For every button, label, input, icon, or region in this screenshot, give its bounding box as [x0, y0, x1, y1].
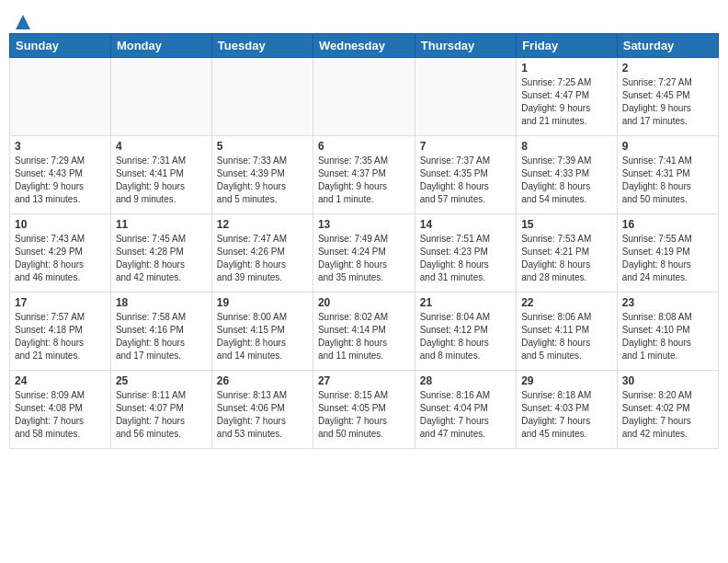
calendar-cell: 6Sunrise: 7:35 AM Sunset: 4:37 PM Daylig… — [313, 136, 415, 214]
calendar-cell: 15Sunrise: 7:53 AM Sunset: 4:21 PM Dayli… — [517, 214, 618, 293]
calendar-cell: 13Sunrise: 7:49 AM Sunset: 4:24 PM Dayli… — [313, 214, 415, 293]
day-number: 17 — [15, 296, 106, 309]
day-info: Sunrise: 8:04 AM Sunset: 4:12 PM Dayligh… — [420, 311, 511, 362]
page-header — [9, 9, 719, 28]
calendar-cell: 22Sunrise: 8:06 AM Sunset: 4:11 PM Dayli… — [517, 293, 618, 371]
day-number: 7 — [420, 140, 511, 153]
day-number: 23 — [622, 296, 713, 309]
week-row-2: 3Sunrise: 7:29 AM Sunset: 4:43 PM Daylig… — [10, 136, 719, 214]
day-info: Sunrise: 7:58 AM Sunset: 4:16 PM Dayligh… — [116, 311, 207, 362]
col-header-sunday: Sunday — [10, 34, 111, 58]
calendar-cell: 1Sunrise: 7:25 AM Sunset: 4:47 PM Daylig… — [517, 58, 618, 136]
calendar-cell: 3Sunrise: 7:29 AM Sunset: 4:43 PM Daylig… — [10, 136, 111, 214]
calendar-table: SundayMondayTuesdayWednesdayThursdayFrid… — [9, 33, 719, 449]
week-row-3: 10Sunrise: 7:43 AM Sunset: 4:29 PM Dayli… — [10, 214, 719, 293]
calendar-cell: 29Sunrise: 8:18 AM Sunset: 4:03 PM Dayli… — [517, 371, 618, 449]
day-info: Sunrise: 7:39 AM Sunset: 4:33 PM Dayligh… — [521, 155, 612, 206]
calendar-cell: 7Sunrise: 7:37 AM Sunset: 4:35 PM Daylig… — [415, 136, 516, 214]
day-number: 3 — [15, 140, 106, 153]
col-header-wednesday: Wednesday — [313, 34, 415, 58]
calendar-cell: 14Sunrise: 7:51 AM Sunset: 4:23 PM Dayli… — [415, 214, 516, 293]
day-info: Sunrise: 7:41 AM Sunset: 4:31 PM Dayligh… — [622, 155, 713, 206]
day-info: Sunrise: 8:13 AM Sunset: 4:06 PM Dayligh… — [217, 389, 308, 441]
day-info: Sunrise: 8:15 AM Sunset: 4:05 PM Dayligh… — [318, 389, 410, 441]
day-info: Sunrise: 8:06 AM Sunset: 4:11 PM Dayligh… — [521, 311, 612, 362]
calendar-cell: 20Sunrise: 8:02 AM Sunset: 4:14 PM Dayli… — [313, 293, 415, 371]
day-info: Sunrise: 8:18 AM Sunset: 4:03 PM Dayligh… — [521, 389, 612, 441]
day-number: 11 — [116, 218, 207, 231]
day-info: Sunrise: 7:47 AM Sunset: 4:26 PM Dayligh… — [217, 233, 308, 284]
day-number: 10 — [15, 218, 106, 231]
calendar-cell: 9Sunrise: 7:41 AM Sunset: 4:31 PM Daylig… — [617, 136, 718, 214]
day-info: Sunrise: 7:33 AM Sunset: 4:39 PM Dayligh… — [217, 155, 308, 206]
logo-icon — [14, 13, 32, 31]
day-number: 2 — [622, 62, 713, 75]
day-number: 24 — [15, 374, 106, 387]
day-number: 21 — [420, 296, 511, 309]
day-number: 29 — [521, 374, 612, 387]
day-number: 26 — [217, 374, 308, 387]
day-info: Sunrise: 7:43 AM Sunset: 4:29 PM Dayligh… — [15, 233, 106, 284]
col-header-monday: Monday — [110, 34, 211, 58]
day-number: 8 — [521, 140, 612, 153]
calendar-cell — [415, 58, 516, 136]
svg-marker-0 — [16, 15, 30, 29]
day-number: 12 — [217, 218, 308, 231]
day-number: 9 — [622, 140, 713, 153]
calendar-cell: 12Sunrise: 7:47 AM Sunset: 4:26 PM Dayli… — [211, 214, 313, 293]
calendar-cell: 30Sunrise: 8:20 AM Sunset: 4:02 PM Dayli… — [617, 371, 718, 449]
day-number: 15 — [521, 218, 612, 231]
calendar-cell: 21Sunrise: 8:04 AM Sunset: 4:12 PM Dayli… — [415, 293, 516, 371]
day-info: Sunrise: 8:20 AM Sunset: 4:02 PM Dayligh… — [622, 389, 713, 441]
day-info: Sunrise: 8:09 AM Sunset: 4:08 PM Dayligh… — [15, 389, 106, 441]
day-number: 30 — [622, 374, 713, 387]
day-info: Sunrise: 7:37 AM Sunset: 4:35 PM Dayligh… — [420, 155, 511, 206]
week-row-1: 1Sunrise: 7:25 AM Sunset: 4:47 PM Daylig… — [10, 58, 719, 136]
day-number: 13 — [318, 218, 410, 231]
day-number: 6 — [318, 140, 410, 153]
calendar-cell — [313, 58, 415, 136]
calendar-cell — [10, 58, 111, 136]
calendar-header-row: SundayMondayTuesdayWednesdayThursdayFrid… — [10, 34, 719, 58]
day-number: 16 — [622, 218, 713, 231]
day-info: Sunrise: 7:49 AM Sunset: 4:24 PM Dayligh… — [318, 233, 410, 284]
day-info: Sunrise: 7:51 AM Sunset: 4:23 PM Dayligh… — [420, 233, 511, 284]
day-info: Sunrise: 8:16 AM Sunset: 4:04 PM Dayligh… — [420, 389, 511, 441]
day-number: 25 — [116, 374, 207, 387]
day-info: Sunrise: 7:45 AM Sunset: 4:28 PM Dayligh… — [116, 233, 207, 284]
day-number: 4 — [116, 140, 207, 153]
calendar-cell: 10Sunrise: 7:43 AM Sunset: 4:29 PM Dayli… — [10, 214, 111, 293]
day-number: 18 — [116, 296, 207, 309]
day-info: Sunrise: 7:57 AM Sunset: 4:18 PM Dayligh… — [15, 311, 106, 362]
calendar-cell: 23Sunrise: 8:08 AM Sunset: 4:10 PM Dayli… — [617, 293, 718, 371]
calendar-cell: 28Sunrise: 8:16 AM Sunset: 4:04 PM Dayli… — [415, 371, 516, 449]
day-info: Sunrise: 7:55 AM Sunset: 4:19 PM Dayligh… — [622, 233, 713, 284]
col-header-friday: Friday — [517, 34, 618, 58]
day-info: Sunrise: 7:53 AM Sunset: 4:21 PM Dayligh… — [521, 233, 612, 284]
calendar-cell: 11Sunrise: 7:45 AM Sunset: 4:28 PM Dayli… — [110, 214, 211, 293]
calendar-cell: 2Sunrise: 7:27 AM Sunset: 4:45 PM Daylig… — [617, 58, 718, 136]
calendar-cell: 16Sunrise: 7:55 AM Sunset: 4:19 PM Dayli… — [617, 214, 718, 293]
calendar-cell: 25Sunrise: 8:11 AM Sunset: 4:07 PM Dayli… — [110, 371, 211, 449]
calendar-cell: 27Sunrise: 8:15 AM Sunset: 4:05 PM Dayli… — [313, 371, 415, 449]
day-info: Sunrise: 7:27 AM Sunset: 4:45 PM Dayligh… — [622, 76, 713, 128]
day-info: Sunrise: 7:25 AM Sunset: 4:47 PM Dayligh… — [521, 76, 612, 128]
day-info: Sunrise: 8:11 AM Sunset: 4:07 PM Dayligh… — [116, 389, 207, 441]
day-number: 28 — [420, 374, 511, 387]
logo — [13, 9, 32, 28]
calendar-cell: 8Sunrise: 7:39 AM Sunset: 4:33 PM Daylig… — [517, 136, 618, 214]
day-number: 27 — [318, 374, 410, 387]
calendar-cell: 5Sunrise: 7:33 AM Sunset: 4:39 PM Daylig… — [211, 136, 313, 214]
day-number: 20 — [318, 296, 410, 309]
day-info: Sunrise: 7:35 AM Sunset: 4:37 PM Dayligh… — [318, 155, 410, 206]
col-header-tuesday: Tuesday — [211, 34, 313, 58]
day-info: Sunrise: 8:00 AM Sunset: 4:15 PM Dayligh… — [217, 311, 308, 362]
day-number: 1 — [521, 62, 612, 75]
day-number: 19 — [217, 296, 308, 309]
calendar-cell: 26Sunrise: 8:13 AM Sunset: 4:06 PM Dayli… — [211, 371, 313, 449]
calendar-cell: 18Sunrise: 7:58 AM Sunset: 4:16 PM Dayli… — [110, 293, 211, 371]
day-info: Sunrise: 7:31 AM Sunset: 4:41 PM Dayligh… — [116, 155, 207, 206]
week-row-4: 17Sunrise: 7:57 AM Sunset: 4:18 PM Dayli… — [10, 293, 719, 371]
day-number: 14 — [420, 218, 511, 231]
day-info: Sunrise: 8:08 AM Sunset: 4:10 PM Dayligh… — [622, 311, 713, 362]
